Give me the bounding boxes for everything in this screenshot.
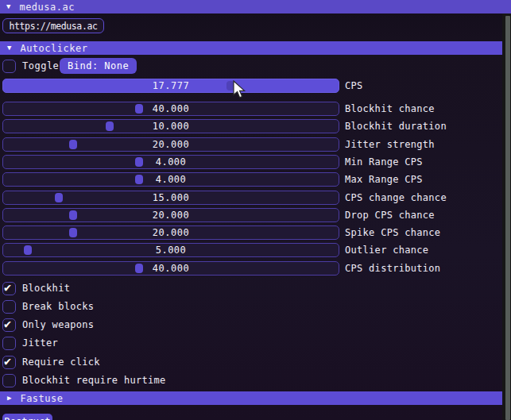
checkbox-label: Only weapons <box>22 319 94 330</box>
slider-row: 5.000 Outlier chance <box>0 243 511 257</box>
option-checkbox[interactable]: ✔ <box>2 282 16 295</box>
window-titlebar[interactable]: ▼ medusa.ac <box>0 0 511 13</box>
option-checkbox[interactable]: ✔ <box>2 374 16 387</box>
checkbox-row: ✔ Only weapons <box>2 318 94 332</box>
slider-row: 15.000 CPS change chance <box>0 191 511 205</box>
fastuse-section-label: Fastuse <box>20 393 63 404</box>
slider-track[interactable]: 4.000 <box>2 155 339 169</box>
collapse-collapsed-icon: ▶ <box>7 395 11 402</box>
check-icon: ✔ <box>4 280 11 295</box>
slider-track[interactable]: 20.000 <box>2 225 339 240</box>
checkbox-label: Break blocks <box>22 301 94 312</box>
scrollbar-thumb[interactable] <box>505 16 510 420</box>
slider-value: 4.000 <box>3 156 339 169</box>
toggle-checkbox[interactable]: ✔ <box>2 60 16 73</box>
slider-label: CPS <box>345 79 363 93</box>
slider-value: 40.000 <box>3 102 339 116</box>
autoclicker-section-header[interactable]: ▼ Autoclicker <box>0 41 504 55</box>
slider-label: Max Range CPS <box>345 172 423 187</box>
slider-value: 4.000 <box>3 173 339 187</box>
slider-label: Outlier chance <box>345 243 428 257</box>
slider-value: 20.000 <box>3 226 339 240</box>
check-icon: ✔ <box>4 317 11 331</box>
bind-button[interactable]: Bind: None <box>60 58 137 74</box>
slider-row: 40.000 Blockhit chance <box>0 102 511 116</box>
slider-track[interactable]: 5.000 <box>2 243 339 257</box>
slider-label: Drop CPS chance <box>345 208 435 222</box>
slider-value: 10.000 <box>3 120 339 133</box>
slider-row: 40.000 CPS distribution <box>0 261 511 276</box>
checkbox-label: Jitter <box>22 337 58 349</box>
slider-track[interactable]: 20.000 <box>2 208 339 222</box>
url-button-label: https://medusa.ac <box>10 21 98 32</box>
slider-track[interactable]: 4.000 <box>2 172 339 187</box>
window-title: medusa.ac <box>19 2 75 13</box>
slider-row: 4.000 Min Range CPS <box>0 155 511 169</box>
option-checkbox[interactable]: ✔ <box>2 337 16 350</box>
slider-label: Blockhit chance <box>345 102 435 116</box>
bind-button-label: Bind: None <box>68 60 129 71</box>
checkbox-row: ✔ Require click <box>2 355 100 369</box>
slider-track[interactable]: 40.000 <box>2 261 339 276</box>
slider-row: 10.000 Blockhit duration <box>0 119 511 133</box>
option-checkbox[interactable]: ✔ <box>2 318 16 332</box>
fastuse-section-header[interactable]: ▶ Fastuse <box>0 391 504 405</box>
slider-value: 5.000 <box>3 244 339 257</box>
medusa-url-button[interactable]: https://medusa.ac <box>2 18 104 33</box>
slider-row: 17.777 CPS <box>0 79 511 93</box>
slider-row: 20.000 Drop CPS chance <box>0 208 511 222</box>
toggle-label: Toggle <box>22 60 59 71</box>
collapse-expanded-icon: ▼ <box>7 44 11 52</box>
slider-label: Blockhit duration <box>345 119 447 133</box>
slider-value: 15.000 <box>3 191 339 205</box>
slider-row: 20.000 Jitter strength <box>0 137 511 152</box>
slider-track[interactable]: 10.000 <box>2 119 339 133</box>
slider-track[interactable]: 40.000 <box>2 102 339 116</box>
slider-value: 17.777 <box>3 79 339 93</box>
checkbox-row: ✔ Blockhit <box>2 281 70 295</box>
collapse-expanded-icon: ▼ <box>6 3 10 10</box>
checkbox-row: ✔ Break blocks <box>2 299 94 314</box>
slider-label: CPS distribution <box>345 261 440 276</box>
autoclicker-section-label: Autoclicker <box>20 43 87 54</box>
slider-label: Jitter strength <box>345 137 435 152</box>
check-icon: ✔ <box>4 354 11 368</box>
slider-label: Spike CPS chance <box>345 225 440 240</box>
medusa-client-window: ▼ medusa.ac https://medusa.ac ▼ Autoclic… <box>0 0 511 420</box>
checkbox-row: ✔ Jitter <box>2 336 58 350</box>
slider-row: 4.000 Max Range CPS <box>0 172 511 187</box>
checkbox-label: Require click <box>22 356 100 368</box>
slider-value: 40.000 <box>3 262 339 276</box>
slider-value: 20.000 <box>3 138 339 152</box>
slider-value: 20.000 <box>3 209 339 222</box>
checkbox-label: Blockhit require hurtime <box>22 375 166 386</box>
slider-track[interactable]: 20.000 <box>2 137 339 152</box>
checkbox-row: ✔ Blockhit require hurtime <box>2 373 166 387</box>
option-checkbox[interactable]: ✔ <box>2 356 16 369</box>
slider-row: 20.000 Spike CPS chance <box>0 225 511 240</box>
slider-track[interactable]: 17.777 <box>2 79 339 93</box>
destruct-button-label: Destruct <box>5 416 51 420</box>
slider-label: Min Range CPS <box>345 155 423 169</box>
destruct-button[interactable]: Destruct <box>2 414 52 420</box>
slider-track[interactable]: 15.000 <box>2 191 339 205</box>
slider-label: CPS change chance <box>345 191 447 205</box>
checkbox-label: Blockhit <box>22 283 70 294</box>
toggle-row: ✔ Toggle <box>2 58 59 74</box>
option-checkbox[interactable]: ✔ <box>2 300 16 314</box>
